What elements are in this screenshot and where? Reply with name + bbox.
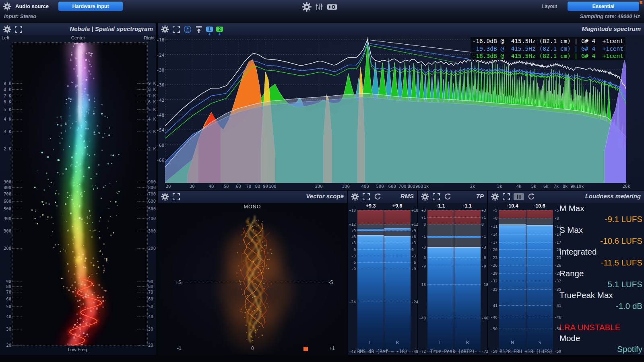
- tick-dash: [12, 89, 22, 90]
- meter-gridline: [499, 257, 553, 258]
- arrow-to-top-icon[interactable]: [195, 25, 203, 33]
- freq-tick-label: 90: [1, 279, 11, 284]
- true-peak-meter-panel: TP -1.1-1.1+3+10-1-3-6-9-18-40-72+3+10-1…: [418, 191, 487, 355]
- level-fill: [499, 224, 526, 351]
- io-icon[interactable]: [327, 3, 337, 11]
- essential-layout-button[interactable]: Essential: [568, 2, 639, 11]
- freq-tick-label: 200: [315, 184, 323, 189]
- gear-icon[interactable]: [3, 2, 11, 10]
- meter-gridline: [499, 289, 553, 290]
- freq-tick-label: 8 K: [1, 87, 11, 92]
- meter-gridline: [499, 305, 553, 306]
- fullscreen-icon[interactable]: [172, 25, 180, 33]
- meter-gridline: [499, 210, 553, 210]
- tick-dash: [137, 119, 147, 119]
- scale-tick-label: -14: [491, 232, 497, 237]
- freq-tick-label: 30: [190, 184, 195, 189]
- freq-tick-label: 20k: [623, 184, 630, 189]
- freq-tick-label: 6 K: [1, 99, 11, 104]
- freq-tick-label: 8 K: [148, 87, 156, 92]
- fullscreen-icon[interactable]: [432, 193, 440, 201]
- stat-value: -11.5 LUFS: [559, 257, 642, 268]
- readout-line: -16.0dB @ 415.5Hz (82.1 cm) | G# 4 +1cen…: [473, 37, 623, 45]
- over-zone: [499, 210, 526, 218]
- tick-dash: [137, 282, 147, 282]
- refresh-icon[interactable]: [374, 193, 382, 201]
- tick-dash: [137, 102, 147, 102]
- freq-tick-label: 200: [148, 246, 156, 251]
- freq-tick-label: 300: [148, 228, 156, 233]
- scale-tick-label: +6: [411, 234, 416, 239]
- db-tick-label: -66: [157, 158, 164, 162]
- cursor-readout: -16.0dB @ 415.5Hz (82.1 cm) | G# 4 +1cen…: [471, 37, 625, 60]
- meter-gridline: [427, 210, 481, 210]
- scale-tick-label: -46: [491, 315, 497, 319]
- notification-dot: [640, 1, 642, 4]
- hardware-input-button[interactable]: Hardware input: [58, 2, 123, 11]
- spectrum-header: live 1 + 2 + Magnitude spectrum: [158, 23, 644, 35]
- meter-gridline: [427, 217, 481, 218]
- freq-tick-label: 5k: [531, 184, 537, 189]
- gear-icon[interactable]: [491, 193, 499, 201]
- gear-icon[interactable]: [3, 25, 11, 33]
- pause-button[interactable]: [514, 193, 524, 200]
- over-zone: [384, 210, 411, 224]
- spatial-spectrogram-plot[interactable]: [12, 42, 148, 346]
- freq-tick-label: 700: [148, 191, 156, 196]
- add-curve-icon[interactable]: +: [218, 32, 221, 36]
- rms-meter-panel: RMS +9.3+9.6+18+12+9+6+30-3-6-9-24-48+18…: [348, 191, 417, 355]
- freq-tick-label: 5 K: [148, 107, 156, 112]
- gear-icon[interactable]: [421, 193, 429, 201]
- scale-tick-label: -26: [554, 263, 561, 267]
- scale-tick-label: -6: [421, 255, 426, 260]
- mode-label: Mode: [559, 333, 642, 343]
- global-toolbar: [302, 2, 337, 12]
- curve-slot-2[interactable]: 2 +: [216, 27, 223, 36]
- scale-tick-label: -3: [421, 245, 426, 249]
- layout-label: Layout: [542, 4, 557, 9]
- curve-slot-1[interactable]: 1 +: [206, 27, 213, 36]
- meter-peak-values: -10.4-10.6: [499, 203, 553, 209]
- freq-tick-label: 20: [166, 184, 171, 189]
- low-freq-label: Low Freq.: [0, 347, 156, 352]
- freq-tick-label: 7 K: [148, 93, 156, 98]
- scale-tick-label: -23: [554, 255, 561, 260]
- stat-value: 5.1 LUFS: [559, 279, 642, 290]
- fullscreen-icon[interactable]: [502, 193, 510, 201]
- scale-tick-label: -5: [493, 208, 497, 212]
- meter-gridline: [499, 249, 553, 250]
- freq-tick-label: 2k: [470, 184, 475, 189]
- meter-scale-right: -5-8-11-14-17-20-23-26-29-32-35-41-46-50…: [554, 210, 564, 351]
- scale-tick-label: +6: [351, 234, 356, 239]
- tick-dash: [12, 182, 22, 182]
- fullscreen-icon[interactable]: [14, 25, 23, 33]
- pan-labels: Left Center Right: [0, 35, 156, 42]
- refresh-icon[interactable]: [444, 193, 452, 201]
- mixer-icon[interactable]: [315, 3, 323, 11]
- live-play-icon[interactable]: live: [184, 25, 192, 33]
- meter-scale-left: +3+10-1-3-6-9-18-40-72: [418, 210, 427, 351]
- freq-tick-label: 800: [1, 185, 11, 190]
- tick-dash: [12, 299, 22, 299]
- meter-peak-values: -1.1-1.1: [427, 203, 481, 209]
- freq-tick-label: 3 K: [1, 129, 11, 134]
- tick-dash: [12, 83, 22, 84]
- add-curve-icon[interactable]: +: [208, 32, 211, 36]
- spectrum-plot[interactable]: -16.0dB @ 415.5Hz (82.1 cm) | G# 4 +1cen…: [165, 37, 626, 183]
- gear-icon[interactable]: [161, 25, 169, 33]
- scale-tick-label: -1: [481, 234, 486, 239]
- scale-tick-label: +3: [351, 241, 356, 245]
- settings-gear-icon[interactable]: [302, 2, 312, 12]
- scale-tick-label: 0: [481, 222, 484, 226]
- fullscreen-icon[interactable]: [362, 193, 370, 201]
- freq-tick-label: 600: [148, 199, 156, 204]
- frequency-axis: 2030405060708090100200300400500600700800…: [165, 184, 626, 189]
- refresh-icon[interactable]: [527, 193, 535, 201]
- meter-channel-L: L: [427, 210, 454, 351]
- tick-dash: [12, 345, 22, 346]
- freq-tick-label: 900: [415, 184, 423, 189]
- gear-icon[interactable]: [351, 193, 359, 201]
- scale-tick-label: +1: [481, 215, 486, 220]
- freq-tick-label: 2 K: [1, 146, 11, 151]
- scale-tick-label: -11: [554, 224, 561, 228]
